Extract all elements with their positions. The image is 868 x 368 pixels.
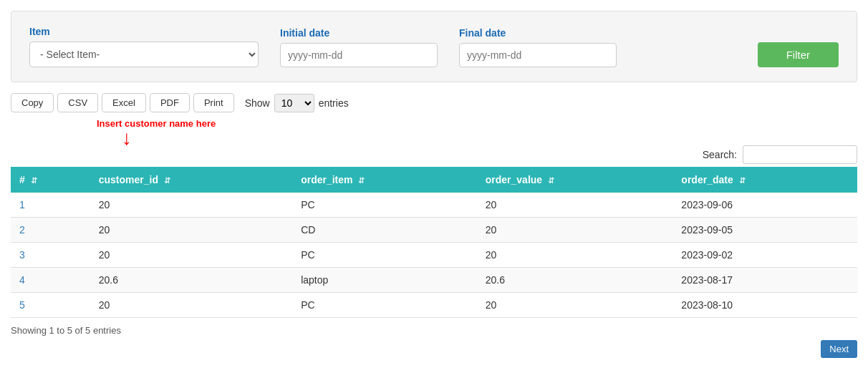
initial-date-input[interactable] bbox=[280, 43, 438, 67]
filter-section: Item - Select Item- Initial date Final d… bbox=[11, 11, 857, 82]
sort-icon-customer-id: ⇵ bbox=[164, 176, 170, 185]
cell-order-date: 2023-08-10 bbox=[672, 293, 857, 318]
final-date-filter-group: Final date bbox=[459, 27, 617, 67]
initial-date-label: Initial date bbox=[280, 27, 438, 39]
final-date-label: Final date bbox=[459, 27, 617, 39]
annotation-arrow-icon: ↓ bbox=[122, 128, 132, 148]
cell-num: 2 bbox=[11, 218, 90, 243]
pdf-button[interactable]: PDF bbox=[150, 93, 190, 112]
cell-customer-id: 20 bbox=[90, 243, 292, 268]
pagination: Next bbox=[11, 340, 857, 358]
csv-button[interactable]: CSV bbox=[57, 93, 98, 112]
cell-customer-id: 20.6 bbox=[90, 268, 292, 293]
cell-num: 1 bbox=[11, 193, 90, 218]
entries-select[interactable]: 10 25 50 100 bbox=[274, 94, 314, 112]
cell-order-item: PC bbox=[292, 193, 477, 218]
table-section: Copy CSV Excel PDF Print Show 10 25 50 1… bbox=[11, 93, 857, 358]
search-label: Search: bbox=[703, 149, 737, 160]
table-row: 5 20 PC 20 2023-08-10 bbox=[11, 293, 857, 318]
cell-order-date: 2023-09-05 bbox=[672, 218, 857, 243]
sort-icon-order-item: ⇵ bbox=[358, 176, 365, 185]
cell-num: 3 bbox=[11, 243, 90, 268]
entries-label: entries bbox=[319, 97, 349, 109]
pagination-next-button[interactable]: Next bbox=[821, 340, 857, 358]
cell-order-item: PC bbox=[292, 243, 477, 268]
search-row: Search: bbox=[11, 145, 857, 164]
table-row: 3 20 PC 20 2023-09-02 bbox=[11, 243, 857, 268]
cell-num: 5 bbox=[11, 293, 90, 318]
item-select[interactable]: - Select Item- bbox=[29, 42, 259, 67]
cell-customer-id: 20 bbox=[90, 193, 292, 218]
table-row: 1 20 PC 20 2023-09-06 bbox=[11, 193, 857, 218]
cell-customer-id: 20 bbox=[90, 293, 292, 318]
cell-order-item: CD bbox=[292, 218, 477, 243]
annotation-text: Insert customer name here bbox=[97, 118, 216, 129]
cell-order-date: 2023-09-02 bbox=[672, 243, 857, 268]
final-date-input[interactable] bbox=[459, 43, 617, 67]
cell-order-value: 20 bbox=[477, 193, 673, 218]
sort-icon-order-value: ⇵ bbox=[548, 176, 554, 185]
cell-order-value: 20 bbox=[477, 293, 673, 318]
sort-icon-order-date: ⇵ bbox=[739, 176, 746, 185]
cell-customer-id: 20 bbox=[90, 218, 292, 243]
filter-button[interactable]: Filter bbox=[758, 42, 839, 67]
footer-info: Showing 1 to 5 of 5 entries bbox=[11, 325, 857, 336]
cell-order-value: 20 bbox=[477, 243, 673, 268]
item-filter-group: Item - Select Item- bbox=[29, 26, 259, 67]
show-entries: Show 10 25 50 100 entries bbox=[245, 94, 349, 112]
table-header-row: # ⇵ customer_id ⇵ order_item ⇵ order_val… bbox=[11, 167, 857, 193]
copy-button[interactable]: Copy bbox=[11, 93, 54, 112]
initial-date-filter-group: Initial date bbox=[280, 27, 438, 67]
cell-order-value: 20.6 bbox=[477, 268, 673, 293]
data-table: # ⇵ customer_id ⇵ order_item ⇵ order_val… bbox=[11, 167, 857, 318]
cell-order-date: 2023-08-17 bbox=[672, 268, 857, 293]
show-label: Show bbox=[245, 97, 270, 109]
toolbar: Copy CSV Excel PDF Print Show 10 25 50 1… bbox=[11, 93, 857, 112]
cell-order-item: laptop bbox=[292, 268, 477, 293]
print-button[interactable]: Print bbox=[193, 93, 234, 112]
sort-icon-num: ⇵ bbox=[31, 176, 37, 185]
cell-order-value: 20 bbox=[477, 218, 673, 243]
annotation-area: Insert customer name here ↓ bbox=[11, 118, 857, 145]
table-row: 2 20 CD 20 2023-09-05 bbox=[11, 218, 857, 243]
col-order-item: order_item ⇵ bbox=[292, 167, 477, 193]
cell-order-date: 2023-09-06 bbox=[672, 193, 857, 218]
search-input[interactable] bbox=[743, 145, 857, 164]
cell-num: 4 bbox=[11, 268, 90, 293]
item-label: Item bbox=[29, 26, 259, 37]
col-num: # ⇵ bbox=[11, 167, 90, 193]
cell-order-item: PC bbox=[292, 293, 477, 318]
excel-button[interactable]: Excel bbox=[102, 93, 146, 112]
col-customer-id: customer_id ⇵ bbox=[90, 167, 292, 193]
col-order-value: order_value ⇵ bbox=[477, 167, 673, 193]
table-row: 4 20.6 laptop 20.6 2023-08-17 bbox=[11, 268, 857, 293]
filter-row: Item - Select Item- Initial date Final d… bbox=[29, 26, 839, 67]
col-order-date: order_date ⇵ bbox=[672, 167, 857, 193]
